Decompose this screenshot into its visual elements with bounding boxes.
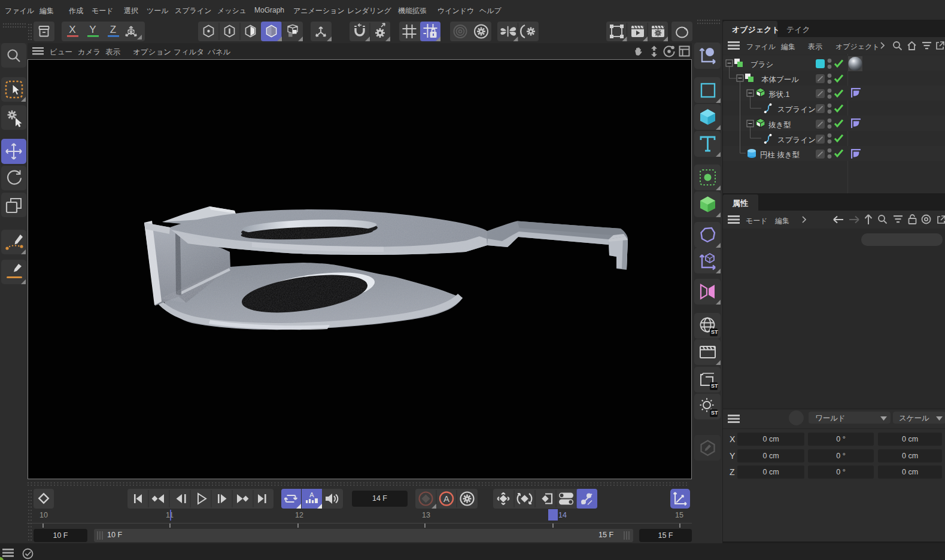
svg-text:Z: Z <box>110 24 116 35</box>
svg-text:Y: Y <box>89 24 96 35</box>
svg-text:A: A <box>443 494 449 504</box>
svg-text:X: X <box>69 24 75 35</box>
svg-text:A: A <box>309 492 314 498</box>
